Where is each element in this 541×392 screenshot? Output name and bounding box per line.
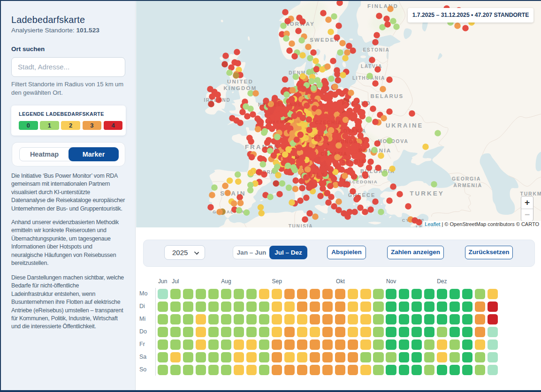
svg-text:TUNISIA: TUNISIA — [289, 224, 313, 227]
svg-text:BELARUS: BELARUS — [371, 93, 404, 99]
svg-text:TURKEY: TURKEY — [410, 190, 444, 197]
svg-text:KINGDOM: KINGDOM — [224, 85, 257, 91]
svg-text:FINLAND: FINLAND — [367, 3, 398, 9]
svg-text:MOLDOVA: MOLDOVA — [378, 138, 409, 144]
svg-text:ARMENIA: ARMENIA — [453, 182, 482, 188]
svg-text:UKRAINE: UKRAINE — [386, 122, 423, 129]
svg-text:UNITED: UNITED — [227, 79, 253, 84]
svg-text:ESTONIA: ESTONIA — [363, 47, 390, 53]
svg-text:GEORGIA: GEORGIA — [452, 176, 481, 181]
